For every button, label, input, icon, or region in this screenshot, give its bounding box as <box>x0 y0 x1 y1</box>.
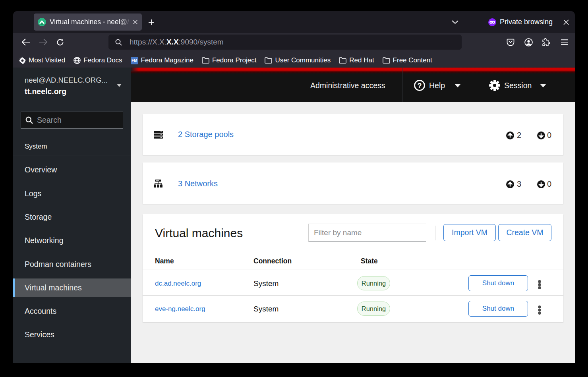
svg-text:?: ? <box>418 82 422 90</box>
